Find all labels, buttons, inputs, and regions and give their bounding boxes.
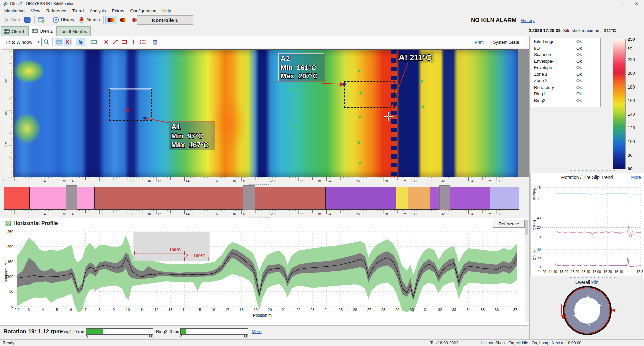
tab-ofen-1[interactable]: Ofen 1 [1, 26, 29, 36]
palette-rectangle-button[interactable] [105, 16, 117, 24]
toolbar-separator [52, 38, 53, 46]
alarms-button[interactable]: Alarms [76, 16, 102, 24]
status-label: Ring2 [534, 98, 575, 103]
svg-text:36: 36 [498, 212, 502, 216]
svg-text:m: m [404, 179, 406, 183]
svg-text:250: 250 [7, 230, 13, 234]
svg-text:20: 20 [537, 226, 541, 229]
kiln-tab-strip: Ofen 1 Ofen 2 Last 6 Months [0, 27, 529, 36]
dashed-rect-icon [140, 40, 146, 44]
trend-more-link[interactable]: More [631, 175, 641, 180]
status-value: Ok [576, 72, 582, 77]
tab-ofen-2[interactable]: Ofen 2 [29, 26, 56, 36]
system-state-button[interactable]: System State [489, 38, 523, 46]
ring2-value: Ring2: 3 mm [156, 329, 181, 334]
thermal-image[interactable]: A1 Min 97°C Max 167°C A2 Min 161°C Max 2… [13, 49, 518, 177]
svg-text:4: 4 [42, 308, 44, 312]
svg-text:100: 100 [7, 275, 13, 279]
alarm-history-link[interactable]: History [521, 18, 534, 23]
play-icon [4, 17, 9, 23]
status-value: Ok [576, 78, 582, 83]
tire-marker-0 [66, 185, 77, 211]
a1-corner-handle[interactable] [143, 117, 146, 119]
scale-min: 0 [86, 335, 88, 339]
band-segment-0 [4, 187, 29, 209]
delete-all-button[interactable] [151, 38, 159, 46]
zone-rectangle-icon [90, 40, 97, 44]
svg-text:25: 25 [339, 308, 343, 312]
alarm-marks-tool-button[interactable] [64, 38, 72, 46]
tab-label: Ofen 1 [12, 29, 25, 34]
svg-text:8: 8 [101, 212, 103, 216]
svg-text:16:20: 16:20 [603, 270, 612, 274]
svg-text:5: 5 [56, 308, 58, 312]
palette-cylinder-button[interactable] [117, 16, 129, 24]
toolbar-separator [74, 38, 74, 46]
menu-item-extras[interactable]: Extras [109, 8, 127, 14]
chevron-down-icon: ▼ [37, 40, 40, 44]
svg-text:12: 12 [157, 212, 161, 216]
stop-button[interactable] [22, 15, 33, 24]
zoom-mode-select[interactable]: Fit to Window ▼ [4, 38, 42, 46]
zoom-tool-button[interactable] [42, 38, 50, 46]
svg-text:4: 4 [44, 179, 46, 183]
minimize-icon[interactable]: — [599, 0, 614, 7]
status-label: Envelope-L [534, 65, 575, 70]
menu-item-view[interactable]: View [28, 8, 43, 14]
measure-area-button[interactable] [138, 38, 147, 46]
svg-text:m: m [233, 212, 236, 216]
close-icon[interactable]: ✕ [629, 0, 644, 7]
overall-kiln-panel: Overall kiln [530, 278, 643, 338]
svg-text:10: 10 [126, 308, 130, 312]
restore-icon[interactable]: ❐ [614, 0, 629, 7]
svg-text:11: 11 [140, 308, 144, 312]
svg-text:22: 22 [296, 308, 300, 312]
right-panel: Kiln TriggerOkI/OOkScannersOkEnvelope-HO… [529, 36, 644, 339]
zone-tool-button[interactable] [89, 38, 98, 46]
select-tool-button[interactable] [76, 38, 85, 46]
measure-point-button[interactable] [129, 38, 138, 46]
scale-tick-60: 60 [628, 166, 632, 171]
menu-item-help[interactable]: Help [159, 8, 174, 14]
status-value: Ok [576, 85, 582, 90]
measure-line-button[interactable] [111, 38, 119, 46]
alarm-status-area: NO KILN ALARM History [471, 17, 535, 24]
rings-more-link[interactable]: More [252, 329, 262, 334]
scrollbar-thumb[interactable] [525, 220, 528, 235]
palette-cylinder-icon [119, 17, 127, 23]
history-label: History [61, 17, 74, 22]
svg-text:20: 20 [271, 212, 275, 216]
new-view-button[interactable] [36, 16, 47, 24]
menu-item-trend[interactable]: Trend [69, 8, 87, 14]
delete-shape-button[interactable] [102, 38, 110, 46]
kiln-max-label: Kiln shell maximum: [563, 28, 602, 33]
svg-text:19: 19 [254, 308, 258, 312]
status-row-envelope-h: Envelope-HOk [531, 58, 600, 65]
svg-text:40: 40 [537, 216, 541, 220]
profile-tool-button[interactable] [55, 38, 63, 46]
band-segment-2 [94, 187, 325, 209]
ruler-icon [56, 40, 62, 44]
menu-item-analysis[interactable]: Analysis [87, 8, 109, 14]
reference-button[interactable]: Reference [493, 220, 525, 228]
menu-item-monitoring[interactable]: Monitoring [1, 8, 28, 14]
history-button[interactable]: History [51, 15, 76, 24]
toolbar-separator [149, 38, 149, 46]
measure-rect-button[interactable] [120, 38, 128, 46]
dotted-separator: ● ● ● ● ● ● ● ● ● ● ● ● [570, 169, 616, 172]
svg-text:34: 34 [470, 179, 474, 183]
print-link[interactable]: Print [475, 40, 484, 45]
profile-scrollbar[interactable] [525, 219, 530, 322]
status-value: Ok [576, 59, 582, 64]
svg-text:200: 200 [7, 245, 13, 249]
menu-item-configuration[interactable]: Configuration [127, 8, 159, 14]
menu-item-reference[interactable]: Reference [43, 8, 69, 14]
svg-text:6: 6 [72, 179, 74, 183]
status-label: I/O [534, 46, 575, 51]
start-button[interactable]: Start [2, 16, 22, 24]
svg-text:29: 29 [395, 308, 399, 312]
scale-tick-100: 100 [628, 139, 635, 144]
tab-last-6-months[interactable]: Last 6 Months [56, 26, 91, 36]
a2-corner-handle[interactable] [343, 83, 346, 86]
kontrolle-button[interactable]: Kontrolle 1 [137, 15, 193, 25]
